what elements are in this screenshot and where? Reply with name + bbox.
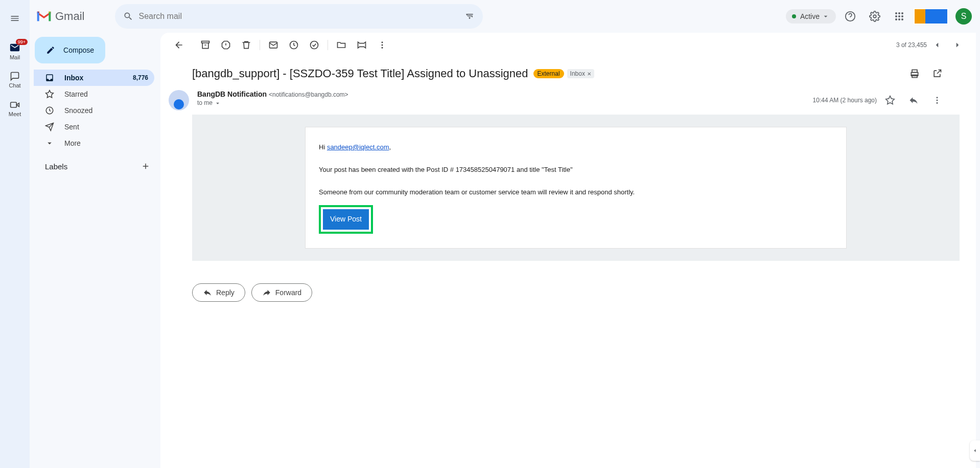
- pencil-icon: [46, 45, 55, 55]
- search-options-icon[interactable]: [464, 11, 475, 21]
- back-button[interactable]: [169, 35, 189, 55]
- svg-point-3: [895, 12, 897, 14]
- search-bar[interactable]: [115, 4, 483, 29]
- rail-meet[interactable]: Meet: [1, 94, 29, 123]
- chevron-down-icon: [45, 139, 55, 148]
- sender-name: BangDB Notification: [197, 90, 267, 98]
- nav-inbox[interactable]: Inbox 8,776: [34, 70, 154, 86]
- nav-snoozed[interactable]: Snoozed: [34, 102, 154, 119]
- content-area: 3 of 23,455 [bangdb_support] - [SSZDO-35…: [160, 33, 976, 468]
- sender-avatar[interactable]: [169, 90, 189, 110]
- message-more-button[interactable]: [927, 90, 947, 110]
- search-input[interactable]: [138, 12, 464, 21]
- print-button[interactable]: [904, 63, 925, 84]
- label-button[interactable]: [352, 35, 372, 55]
- svg-point-16: [311, 41, 318, 49]
- open-new-button[interactable]: [927, 63, 947, 84]
- nav-starred[interactable]: Starred: [34, 86, 154, 102]
- chevron-down-icon: [214, 100, 221, 107]
- more-button[interactable]: [372, 35, 392, 55]
- message-time: 10:44 AM (2 hours ago): [813, 97, 877, 104]
- nav-snoozed-label: Snoozed: [64, 106, 92, 115]
- body-line1: Your post has been created with the Post…: [319, 164, 833, 175]
- send-icon: [45, 122, 55, 131]
- svg-point-2: [873, 15, 876, 18]
- svg-point-23: [937, 100, 938, 101]
- svg-point-4: [898, 12, 900, 14]
- nav-more-label: More: [64, 139, 81, 147]
- settings-button[interactable]: [865, 6, 885, 27]
- greeting-suffix: ,: [389, 143, 391, 151]
- star-message-button[interactable]: [880, 90, 900, 110]
- support-button[interactable]: [840, 6, 860, 27]
- labels-title: Labels: [45, 162, 67, 171]
- workspace-logo[interactable]: [914, 8, 948, 25]
- search-icon: [123, 11, 133, 21]
- forward-button[interactable]: Forward: [251, 283, 312, 302]
- sender-line: BangDB Notification <notifications@bangd…: [197, 90, 813, 98]
- status-label: Active: [800, 12, 820, 20]
- reply-button[interactable]: Reply: [192, 283, 245, 302]
- main-menu-button[interactable]: [5, 8, 25, 29]
- view-post-highlight: View Post: [319, 205, 373, 234]
- svg-point-17: [382, 41, 383, 43]
- remove-label-icon[interactable]: ✕: [587, 71, 591, 77]
- rail-meet-label: Meet: [9, 111, 21, 117]
- external-badge: External: [533, 69, 564, 78]
- nav-more[interactable]: More: [34, 135, 154, 151]
- greeting-email-link[interactable]: sandeep@iqlect.com: [327, 143, 389, 151]
- rail-chat[interactable]: Chat: [1, 65, 29, 94]
- svg-point-8: [901, 15, 903, 17]
- gmail-logo[interactable]: Gmail: [36, 10, 84, 23]
- reply-label: Reply: [216, 288, 235, 297]
- mail-icon: 99+: [9, 42, 20, 53]
- inbox-label-chip[interactable]: Inbox✕: [567, 69, 594, 78]
- svg-point-10: [898, 18, 900, 20]
- next-button[interactable]: [947, 35, 968, 55]
- forward-icon: [262, 288, 271, 297]
- nav-inbox-count: 8,776: [133, 74, 148, 81]
- sender-email: <notifications@bangdb.com>: [269, 91, 348, 98]
- inbox-icon: [45, 73, 55, 82]
- reply-icon: [203, 288, 212, 297]
- add-task-button[interactable]: [304, 35, 324, 55]
- left-rail: 99+ Mail Chat Meet: [0, 0, 30, 468]
- delete-button[interactable]: [236, 35, 256, 55]
- rail-chat-label: Chat: [9, 82, 20, 88]
- snooze-button[interactable]: [284, 35, 304, 55]
- view-post-button[interactable]: View Post: [323, 209, 369, 230]
- chevron-left-icon: [972, 448, 978, 454]
- mark-unread-button[interactable]: [263, 35, 284, 55]
- nav-sent[interactable]: Sent: [34, 119, 154, 135]
- spam-button[interactable]: [216, 35, 236, 55]
- subject-text: [bangdb_support] - [SSZDO-359 Test Title…: [192, 67, 528, 80]
- svg-point-18: [382, 44, 383, 46]
- meet-icon: [10, 100, 20, 110]
- side-panel-toggle[interactable]: [970, 440, 980, 461]
- add-label-button[interactable]: [141, 162, 150, 171]
- star-icon: [45, 90, 55, 99]
- move-button[interactable]: [331, 35, 352, 55]
- svg-point-7: [898, 15, 900, 17]
- compose-button[interactable]: Compose: [35, 37, 105, 63]
- greeting-prefix: Hi: [319, 143, 327, 151]
- rail-mail[interactable]: 99+ Mail: [1, 37, 29, 65]
- apps-button[interactable]: [889, 6, 909, 27]
- status-chip[interactable]: Active: [786, 9, 836, 24]
- rail-mail-label: Mail: [10, 54, 20, 60]
- account-avatar[interactable]: S: [955, 8, 972, 25]
- svg-point-9: [895, 18, 897, 20]
- archive-button[interactable]: [195, 35, 216, 55]
- reply-icon-button[interactable]: [903, 90, 924, 110]
- svg-rect-0: [11, 102, 17, 107]
- recipient-line[interactable]: to me: [197, 99, 813, 107]
- svg-point-6: [895, 15, 897, 17]
- svg-point-5: [901, 12, 903, 14]
- nav-sent-label: Sent: [64, 123, 79, 131]
- gmail-logo-text: Gmail: [55, 10, 84, 23]
- svg-point-22: [937, 97, 938, 98]
- compose-label: Compose: [63, 46, 94, 54]
- prev-button[interactable]: [927, 35, 947, 55]
- reply-row: Reply Forward: [160, 261, 976, 302]
- nav-starred-label: Starred: [64, 90, 88, 98]
